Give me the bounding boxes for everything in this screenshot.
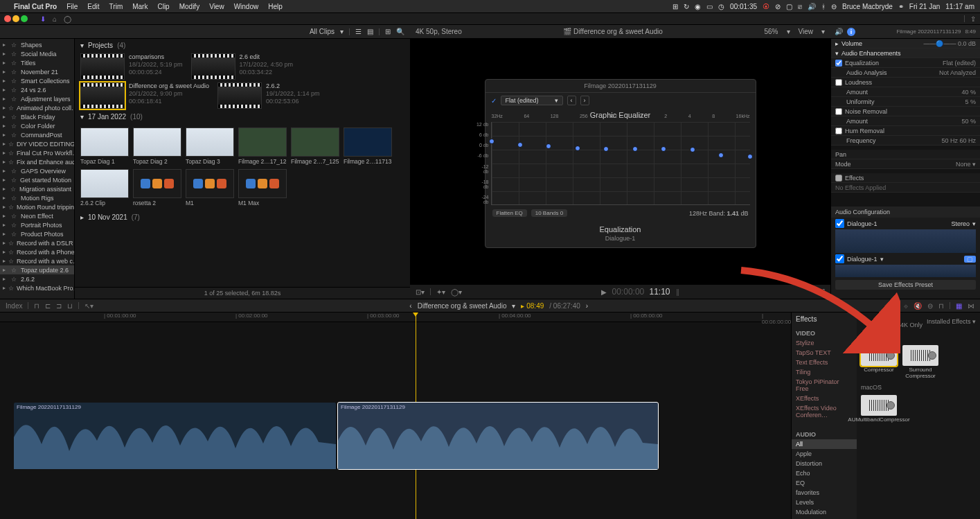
hide-rejected-dropdown[interactable]: All Clips: [310, 28, 335, 35]
sidebar-item[interactable]: ▸☆Topaz update 2.6: [0, 265, 74, 274]
menubar-time[interactable]: 11:17 am: [945, 3, 974, 10]
search-icon[interactable]: 🔍: [861, 318, 868, 325]
menu-window[interactable]: Window: [234, 3, 259, 10]
bands-toggle[interactable]: 10 Bands 0: [531, 209, 568, 217]
audio-skimming-icon[interactable]: 🔇: [914, 302, 922, 310]
fx-category[interactable]: Tiling: [792, 367, 857, 377]
import-icon[interactable]: ⬇: [40, 15, 46, 23]
effect-item[interactable]: Compressor: [861, 345, 897, 380]
sidebar-item[interactable]: ▸☆Product Photos: [0, 229, 74, 238]
effects-browser-icon[interactable]: ▦: [956, 302, 962, 310]
view-menu[interactable]: View: [799, 28, 814, 35]
eq-prev-button[interactable]: ‹: [567, 96, 576, 105]
4k-only-checkbox[interactable]: [890, 318, 899, 327]
play-button[interactable]: ▶: [601, 288, 607, 296]
fx-category[interactable]: Echo: [792, 468, 857, 478]
fx-category[interactable]: Modulation: [792, 507, 857, 517]
fx-category[interactable]: Apple: [792, 449, 857, 459]
insert-clip-icon[interactable]: ⊏: [45, 302, 51, 310]
fx-category[interactable]: All: [792, 439, 857, 449]
enhance-tool-icon[interactable]: ✦▾: [436, 288, 445, 296]
tv-icon[interactable]: ▢: [786, 3, 792, 10]
timeline[interactable]: | 00:01:00:00| 00:02:00:00| 00:03:00:00|…: [0, 313, 791, 519]
fx-category[interactable]: Stylize: [792, 338, 857, 348]
viewer-stage[interactable]: Filmage 20220117131129 ✓ Flat (edited) ▾…: [410, 39, 830, 285]
menu-clip[interactable]: Clip: [157, 3, 169, 10]
timeline-audio-clip-selected[interactable]: Filmage 20220117131129: [338, 403, 658, 469]
sidebar-item[interactable]: ▸☆2.6.2: [0, 274, 74, 283]
close-window-button[interactable]: [4, 15, 11, 22]
timeline-next-button[interactable]: ›: [586, 302, 588, 310]
list-icon[interactable]: ▤: [367, 28, 373, 35]
gauge-icon[interactable]: ◷: [718, 3, 724, 10]
pan-mode-row[interactable]: Mode None ▾: [831, 159, 980, 169]
sidebar-item[interactable]: ▸☆Motion Rigs: [0, 193, 74, 202]
clip-item[interactable]: M1: [186, 169, 234, 206]
component-checkbox[interactable]: [835, 219, 844, 228]
sidebar-item[interactable]: ▸☆Record with a web c…: [0, 256, 74, 265]
sidebar-item[interactable]: ▸☆Adjustment layers: [0, 94, 74, 103]
flatten-eq-button[interactable]: Flatten EQ: [492, 209, 527, 217]
save-effects-preset-button[interactable]: Save Effects Preset: [835, 280, 976, 290]
fx-category[interactable]: XEffects: [792, 394, 857, 403]
sidebar-item[interactable]: ▸☆Social Media: [0, 49, 74, 58]
clip-item[interactable]: rosetta 2: [133, 169, 181, 206]
eq-band-handle[interactable]: [661, 146, 666, 152]
sidebar-item[interactable]: ▸☆Animated photo coll…: [0, 103, 74, 112]
fx-category[interactable]: Distortion: [792, 459, 857, 468]
eq-band-handle[interactable]: [546, 143, 551, 149]
info-inspector-icon[interactable]: i: [847, 28, 855, 36]
inspector-row[interactable]: EqualizationFlat (edited): [831, 58, 980, 68]
append-clip-icon[interactable]: ⊐: [56, 302, 62, 310]
transitions-browser-icon[interactable]: ⋈: [968, 302, 974, 310]
wifi-icon[interactable]: ⊖: [831, 3, 837, 10]
eq-band-handle[interactable]: [603, 146, 609, 152]
status-icon[interactable]: ⊞: [672, 3, 678, 10]
solo-icon[interactable]: ⊖: [927, 302, 933, 310]
sidebar-item[interactable]: ▸☆Record with a Phone…: [0, 247, 74, 256]
volume-row[interactable]: ▸Volume ——🔵—— 0.0 dB: [831, 39, 980, 49]
sidebar-item[interactable]: ▸☆Shapes: [0, 40, 74, 49]
eq-band-handle[interactable]: [575, 146, 580, 151]
timeline-ruler[interactable]: | 00:01:00:00| 00:02:00:00| 00:03:00:00|…: [0, 313, 791, 322]
inspector-row[interactable]: Noise Removal: [831, 107, 980, 116]
fx-category[interactable]: XEffects Video Conferen…: [792, 403, 857, 420]
sidebar-item[interactable]: ▸☆Color Folder: [0, 121, 74, 130]
inspector-row[interactable]: Hum Removal: [831, 126, 980, 136]
menu-file[interactable]: File: [66, 3, 78, 10]
bluetooth-icon[interactable]: ᚼ: [821, 3, 826, 10]
sidebar-item[interactable]: ▸☆Migration assistant: [0, 184, 74, 193]
fullscreen-window-button[interactable]: [21, 15, 28, 22]
eq-enable-check[interactable]: ✓: [491, 97, 497, 105]
sidebar-item[interactable]: ▸☆Neon Effect: [0, 211, 74, 220]
effects-categories[interactable]: Effects VIDEO StylizeTapSo TEXTText Effe…: [792, 313, 857, 519]
project-item[interactable]: Difference org & sweet Audio20/1/2022, 9…: [80, 82, 209, 109]
minimize-window-button[interactable]: [12, 15, 19, 22]
eq-next-button[interactable]: ›: [580, 96, 589, 105]
inspector-row[interactable]: Frequency50 Hz 60 Hz: [831, 136, 980, 146]
eq-band-handle[interactable]: [747, 154, 753, 159]
display-icon[interactable]: ⎚: [798, 3, 802, 10]
bg-tasks-icon[interactable]: ◯: [64, 15, 71, 23]
shield-icon[interactable]: ◉: [695, 3, 701, 10]
clip-item[interactable]: Filmage 2…117131129: [344, 127, 392, 165]
sidebar-item[interactable]: ▸☆CommandPost: [0, 130, 74, 139]
clip-item[interactable]: Topaz Diag 1: [80, 127, 129, 165]
menu-edit[interactable]: Edit: [87, 3, 99, 10]
clip-item[interactable]: Filmage 2…17_123051: [238, 127, 287, 165]
fullscreen-viewer-icon[interactable]: ⛶: [818, 288, 825, 296]
inspector-row[interactable]: Audio AnalysisNot Analyzed: [831, 68, 980, 78]
screen-icon[interactable]: ▭: [706, 3, 713, 10]
date-section-1[interactable]: ▾17 Jan 2022 (10): [75, 110, 410, 123]
clip-item[interactable]: Topaz Diag 2: [133, 127, 181, 165]
menu-help[interactable]: Help: [268, 3, 283, 10]
inspector-row[interactable]: Amount40 %: [831, 87, 980, 97]
effect-item[interactable]: AUMultibandCompressor: [861, 395, 897, 423]
fx-category[interactable]: Tokyo PiPinator Free: [792, 377, 857, 394]
menu-view[interactable]: View: [209, 3, 224, 10]
sidebar-item[interactable]: ▸☆GAPS Overview: [0, 166, 74, 175]
clip-item[interactable]: Topaz Diag 3: [186, 127, 234, 165]
menubar-date[interactable]: Fri 21 Jan: [909, 3, 940, 10]
sidebar-item[interactable]: ▸☆Get started Motion: [0, 175, 74, 184]
component-checkbox[interactable]: [835, 254, 844, 263]
